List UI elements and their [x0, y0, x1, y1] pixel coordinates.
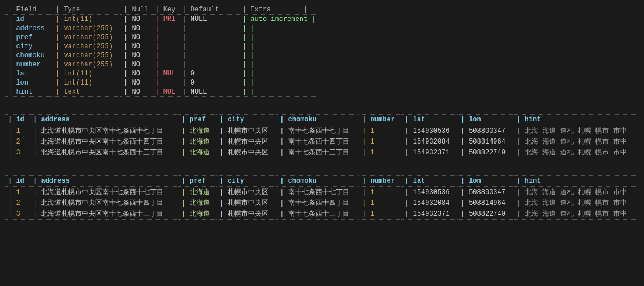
- data-header-row: | id | address | pref | city | chomoku |…: [5, 115, 639, 125]
- schema-header-null: | Null: [120, 5, 151, 15]
- schema-cell-0: | city: [5, 42, 52, 51]
- data-header-pref: | pref: [178, 115, 216, 125]
- data-cell-4: | 南十七条西十七丁目: [276, 187, 359, 198]
- data-cell-2: | 北海道: [178, 197, 216, 208]
- data-cell-5: | 1: [359, 136, 401, 147]
- data-cell-1: | 北海道札幌市中央区南十七条西十七丁目: [30, 187, 178, 198]
- data-cell-2: | 北海道: [178, 125, 216, 137]
- data-cell-8: | 北海 海道 道札 札幌 幌市 市中: [513, 125, 639, 137]
- data-cell-6: | 154932371: [401, 147, 457, 158]
- schema-cell-1: | varchar(255): [52, 24, 120, 33]
- data-cell-3: | 札幌市中央区: [216, 187, 276, 198]
- schema-cell-4: |: [179, 33, 239, 42]
- schema-cell-1: | int(11): [52, 15, 120, 24]
- data-cell-4: | 南十七条西十三丁目: [276, 208, 359, 220]
- data-cell-0: | 1: [5, 125, 30, 137]
- data-cell-5: | 1: [359, 208, 401, 220]
- schema-cell-1: | int(11): [52, 78, 120, 87]
- schema-cell-0: | pref: [5, 33, 52, 42]
- schema-row: | lat | int(11) | NO | MUL | 0 | |: [5, 69, 319, 78]
- schema-table: | Field | Type | Null | Key | Default | …: [5, 5, 319, 97]
- data-cell-2: | 北海道: [178, 136, 216, 147]
- schema-cell-1: | varchar(255): [52, 51, 120, 60]
- data-cell-3: | 札幌市中央区: [216, 136, 276, 147]
- data-row: | 3 | 北海道札幌市中央区南十七条西十三丁目 | 北海道 | 札幌市中央区 …: [5, 208, 639, 220]
- data-cell-6: | 154930536: [401, 125, 457, 137]
- schema-cell-0: | lat: [5, 69, 52, 78]
- schema-cell-1: | varchar(255): [52, 33, 120, 42]
- schema-cell-0: | number: [5, 60, 52, 69]
- schema-cell-1: | text: [52, 87, 120, 97]
- data-cell-1: | 北海道札幌市中央区南十七条西十三丁目: [30, 147, 178, 158]
- schema-cell-5: | |: [239, 33, 319, 42]
- schema-cell-3: |: [151, 42, 179, 51]
- data-cell-3: | 札幌市中央区: [216, 208, 276, 220]
- data-cell-4: | 南十七条西十四丁目: [276, 197, 359, 208]
- schema-row: | city | varchar(255) | NO | | | |: [5, 42, 319, 51]
- schema-cell-2: | NO: [120, 78, 151, 87]
- data-cell-2: | 北海道: [178, 208, 216, 220]
- data-cell-8: | 北海 海道 道札 札幌 幌市 市中: [513, 136, 639, 147]
- schema-cell-2: | NO: [120, 69, 151, 78]
- data-header-chomoku: | chomoku: [276, 115, 359, 125]
- schema-cell-3: | PRI: [151, 15, 179, 24]
- data-cell-7: | 508822740: [457, 208, 513, 220]
- schema-cell-4: |: [179, 42, 239, 51]
- schema-row: | address | varchar(255) | NO | | | |: [5, 24, 319, 33]
- schema-cell-5: | |: [239, 51, 319, 60]
- schema-cell-2: | NO: [120, 87, 151, 97]
- data-header-lon: | lon: [457, 115, 513, 125]
- data-cell-6: | 154932084: [401, 197, 457, 208]
- schema-cell-5: | |: [239, 69, 319, 78]
- schema-cell-5: | |: [239, 42, 319, 51]
- schema-cell-3: | MUL: [151, 87, 179, 97]
- data-header-pref: | pref: [178, 176, 216, 187]
- data-row: | 1 | 北海道札幌市中央区南十七条西十七丁目 | 北海道 | 札幌市中央区 …: [5, 125, 639, 137]
- data-row: | 2 | 北海道札幌市中央区南十七条西十四丁目 | 北海道 | 札幌市中央区 …: [5, 197, 639, 208]
- data-header-hint: | hint: [513, 115, 639, 125]
- data-row: | 3 | 北海道札幌市中央区南十七条西十三丁目 | 北海道 | 札幌市中央区 …: [5, 147, 639, 158]
- data-cell-5: | 1: [359, 187, 401, 198]
- data-cell-1: | 北海道札幌市中央区南十七条西十四丁目: [30, 136, 178, 147]
- data-table-2-container: | id | address | pref | city | chomoku |…: [5, 175, 639, 220]
- data-row: | 1 | 北海道札幌市中央区南十七条西十七丁目 | 北海道 | 札幌市中央区 …: [5, 187, 639, 198]
- data-cell-4: | 南十七条西十七丁目: [276, 125, 359, 137]
- data-header-number: | number: [359, 115, 401, 125]
- schema-cell-4: | NULL: [179, 87, 239, 97]
- schema-cell-4: |: [179, 60, 239, 69]
- data-cell-7: | 508814964: [457, 136, 513, 147]
- schema-cell-5: | |: [239, 87, 319, 97]
- data-cell-0: | 2: [5, 136, 30, 147]
- data-cell-1: | 北海道札幌市中央区南十七条西十四丁目: [30, 197, 178, 208]
- schema-header-field: | Field: [5, 5, 52, 15]
- schema-cell-4: | 0: [179, 69, 239, 78]
- data-cell-1: | 北海道札幌市中央区南十七条西十三丁目: [30, 208, 178, 220]
- schema-cell-2: | NO: [120, 60, 151, 69]
- schema-cell-1: | varchar(255): [52, 42, 120, 51]
- schema-cell-0: | address: [5, 24, 52, 33]
- schema-header-extra: | Extra |: [239, 5, 319, 15]
- schema-row: | lon | int(11) | NO | | 0 | |: [5, 78, 319, 87]
- data-cell-5: | 1: [359, 197, 401, 208]
- data-header-hint: | hint: [513, 176, 639, 187]
- schema-header-default: | Default: [179, 5, 239, 15]
- schema-section: | Field | Type | Null | Key | Default | …: [5, 5, 639, 97]
- schema-cell-1: | int(11): [52, 69, 120, 78]
- schema-cell-2: | NO: [120, 24, 151, 33]
- data-cell-4: | 南十七条西十三丁目: [276, 147, 359, 158]
- data-cell-8: | 北海 海道 道札 札幌 幌市 市中: [513, 208, 639, 220]
- schema-cell-0: | hint: [5, 87, 52, 97]
- schema-cell-0: | chomoku: [5, 51, 52, 60]
- schema-cell-3: |: [151, 78, 179, 87]
- schema-cell-5: | auto_increment |: [239, 15, 319, 24]
- schema-header-type: | Type: [52, 5, 120, 15]
- schema-cell-4: |: [179, 24, 239, 33]
- schema-cell-5: | |: [239, 60, 319, 69]
- data-cell-0: | 2: [5, 197, 30, 208]
- data-table-1: | id | address | pref | city | chomoku |…: [5, 114, 639, 158]
- data-cell-6: | 154932371: [401, 208, 457, 220]
- data-header-address: | address: [30, 176, 178, 187]
- data-cell-5: | 1: [359, 125, 401, 137]
- schema-row: | id | int(11) | NO | PRI | NULL | auto_…: [5, 15, 319, 24]
- data-header-city: | city: [216, 176, 276, 187]
